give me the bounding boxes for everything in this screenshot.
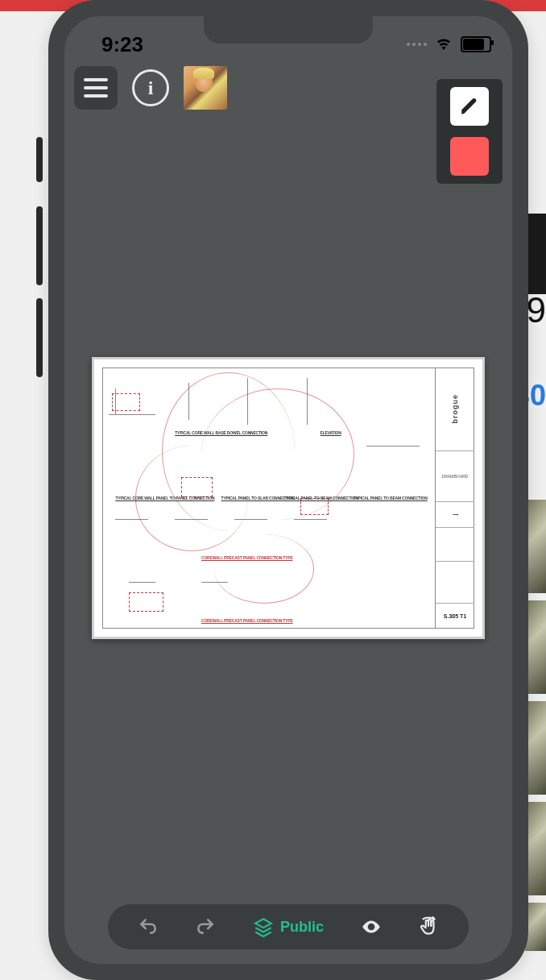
device-notch [204, 16, 373, 44]
device-frame: 9:23 i br [48, 0, 528, 980]
detail-label: TYPICAL CORE WALL PANEL TO PANEL CONNECT… [115, 496, 214, 500]
redo-button[interactable] [195, 916, 216, 937]
layers-icon [253, 916, 274, 937]
pen-icon [459, 96, 480, 117]
public-label: Public [280, 919, 324, 936]
status-time: 9:23 [101, 32, 143, 57]
info-button[interactable]: i [129, 66, 172, 110]
detail-label: ELEVATION [321, 430, 341, 435]
sheet-number: S.305 T1 [444, 613, 466, 619]
detail-drawings: TYPICAL CORE WALL BASE DOWEL CONNECTION … [102, 368, 432, 629]
bg-device-button [36, 298, 43, 377]
bottom-toolbar: Public [108, 904, 469, 949]
bg-partial-text: 9 [527, 290, 546, 330]
redo-icon [195, 916, 216, 937]
avatar[interactable] [184, 66, 227, 110]
top-toolbar: i [74, 66, 227, 110]
titleblock-board: DRAWBOARD [442, 474, 469, 479]
battery-icon [461, 36, 491, 52]
eye-icon [361, 916, 382, 937]
detail-label: COREWALL PRECAST PANEL CONNECTION TYPE [201, 555, 293, 560]
detail-label: COREWALL PRECAST PANEL CONNECTION TYPE [201, 618, 293, 623]
undo-button[interactable] [138, 916, 159, 937]
bg-device-button [36, 206, 43, 285]
title-block: brogue DRAWBOARD ⟶ S.305 T1 [435, 368, 474, 629]
info-icon: i [132, 69, 169, 106]
detail-label: TYPICAL PANEL TO BEAM CONNECTION [354, 496, 428, 500]
detail-label: TYPICAL PANEL TO BEAM CONNECTION [284, 496, 358, 500]
device-screen: 9:23 i br [64, 16, 512, 964]
color-swatch-button[interactable] [450, 137, 489, 176]
layers-public-button[interactable]: Public [253, 916, 324, 937]
undo-icon [138, 916, 159, 937]
bg-device-button [36, 137, 43, 182]
visibility-button[interactable] [361, 916, 382, 937]
hamburger-icon [84, 78, 108, 98]
detail-label: TYPICAL CORE WALL BASE DOWEL CONNECTION [175, 430, 267, 435]
pen-tool-button[interactable] [450, 87, 489, 126]
tool-palette [436, 79, 503, 184]
wifi-icon [435, 37, 453, 52]
hand-swipe-icon [418, 916, 439, 937]
menu-button[interactable] [74, 66, 118, 110]
gesture-button[interactable] [418, 916, 439, 937]
svg-point-0 [369, 925, 373, 929]
status-dots-icon [407, 43, 427, 46]
titleblock-logo: brogue [451, 394, 459, 424]
drawing-sheet[interactable]: brogue DRAWBOARD ⟶ S.305 T1 [92, 357, 485, 639]
